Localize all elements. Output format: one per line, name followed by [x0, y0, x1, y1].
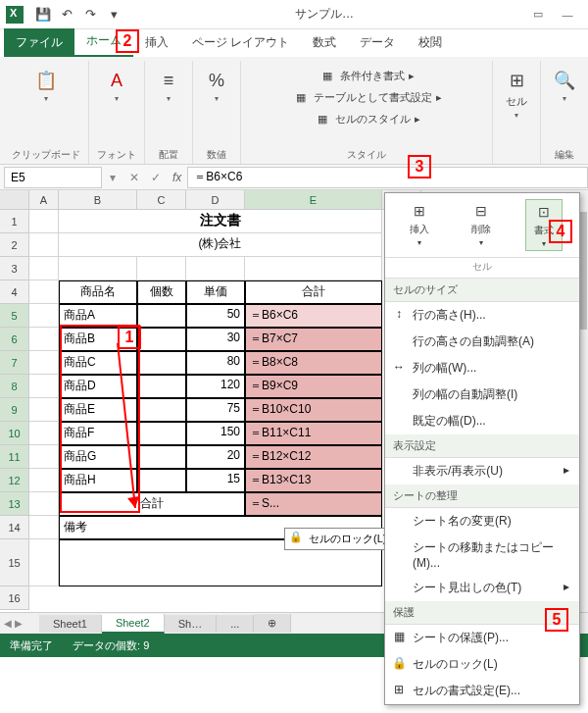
product-qty[interactable] [137, 351, 186, 375]
product-qty[interactable] [137, 375, 186, 398]
number-button[interactable]: % ▾ [201, 65, 232, 107]
cell-styles[interactable]: ▦セルのスタイル ▸ [314, 108, 420, 129]
paste-button[interactable]: 📋 ▾ [30, 65, 62, 107]
row-header[interactable]: 3 [0, 257, 29, 280]
row-header[interactable]: 2 [0, 233, 29, 257]
col-header[interactable]: C [137, 190, 186, 209]
subtotal-cell[interactable]: ＝S... [245, 492, 382, 516]
lock-cell-item[interactable]: 🔒セルのロック(L) [385, 651, 579, 678]
cancel-icon[interactable]: ✕ [123, 171, 145, 184]
row-header[interactable]: 1 [0, 210, 29, 233]
product-formula[interactable]: ＝B9×C9 [245, 375, 382, 398]
row-header[interactable]: 7 [0, 351, 29, 375]
tab-insert[interactable]: 挿入 [133, 28, 180, 57]
product-name[interactable]: 商品B [59, 328, 137, 351]
cells-button[interactable]: ⊞ セル ▾ [501, 65, 532, 124]
product-qty[interactable] [137, 469, 186, 492]
product-price[interactable]: 120 [186, 375, 245, 398]
product-qty[interactable] [137, 398, 186, 422]
row-autofit-item[interactable]: 行の高さの自動調整(A) [385, 329, 579, 355]
col-header[interactable]: D [186, 190, 245, 209]
product-name[interactable]: 商品G [59, 445, 137, 469]
protect-sheet-item[interactable]: ▦シートの保護(P)... [385, 625, 579, 651]
product-qty[interactable] [137, 422, 186, 445]
name-box[interactable] [4, 167, 102, 188]
product-formula[interactable]: ＝B8×C8 [245, 351, 382, 375]
product-price[interactable]: 80 [186, 351, 245, 375]
product-formula[interactable]: ＝B13×C13 [245, 469, 382, 492]
tab-page-layout[interactable]: ページ レイアウト [180, 28, 301, 57]
product-name[interactable]: 商品C [59, 351, 137, 375]
ribbon-options[interactable]: ▭ [523, 3, 553, 26]
format-cells-button[interactable]: ⊡書式▾ [525, 199, 563, 251]
sheet-tab[interactable]: Sheet2 [102, 614, 165, 634]
format-as-table[interactable]: ▦テーブルとして書式設定 ▸ [292, 86, 442, 108]
select-all-corner[interactable] [0, 190, 29, 209]
hide-unhide-item[interactable]: 非表示/再表示(U) ▸ [385, 458, 579, 484]
conditional-formatting[interactable]: ▦条件付き書式 ▸ [318, 65, 415, 86]
enter-icon[interactable]: ✓ [145, 171, 167, 184]
row-height-item[interactable]: ↕行の高さ(H)... [385, 302, 579, 329]
row-header[interactable]: 13 [0, 492, 29, 516]
product-price[interactable]: 150 [186, 422, 245, 445]
product-name[interactable]: 商品H [59, 469, 137, 492]
row-header[interactable]: 9 [0, 398, 29, 422]
undo-button[interactable]: ↶ [55, 3, 78, 26]
product-formula[interactable]: ＝B6×C6 [245, 304, 382, 328]
tab-review[interactable]: 校閲 [407, 28, 454, 57]
tab-file[interactable]: ファイル [4, 28, 74, 57]
tab-formulas[interactable]: 数式 [301, 28, 348, 57]
row-header[interactable]: 10 [0, 422, 29, 445]
tab-data[interactable]: データ [348, 28, 407, 57]
save-button[interactable]: 💾 [31, 3, 55, 26]
product-qty[interactable] [137, 304, 186, 328]
insert-cells-button[interactable]: ⊞挿入▾ [402, 199, 437, 251]
minimize-button[interactable]: — [553, 3, 582, 26]
sheet-tab[interactable]: Sh… [165, 615, 217, 633]
row-header[interactable]: 5 [0, 304, 29, 328]
product-qty[interactable] [137, 445, 186, 469]
row-header[interactable]: 12 [0, 469, 29, 492]
product-price[interactable]: 20 [186, 445, 245, 469]
font-button[interactable]: A ▾ [101, 65, 132, 107]
col-header[interactable]: B [59, 190, 137, 209]
sheet-tab-overflow[interactable]: ... [217, 615, 254, 633]
row-header[interactable]: 8 [0, 375, 29, 398]
new-sheet-button[interactable]: ⊕ [254, 614, 291, 633]
formula-input[interactable] [187, 167, 588, 188]
row-header[interactable]: 14 [0, 516, 29, 539]
row-header[interactable]: 16 [0, 586, 29, 610]
product-formula[interactable]: ＝B10×C10 [245, 398, 382, 422]
tab-color-item[interactable]: シート見出しの色(T) ▸ [385, 575, 579, 601]
row-header[interactable]: 11 [0, 445, 29, 469]
product-formula[interactable]: ＝B7×C7 [245, 328, 382, 351]
product-formula[interactable]: ＝B12×C12 [245, 445, 382, 469]
product-price[interactable]: 30 [186, 328, 245, 351]
row-header[interactable]: 4 [0, 280, 29, 304]
default-width-item[interactable]: 既定の幅(D)... [385, 408, 579, 434]
row-header[interactable]: 15 [0, 539, 29, 586]
col-header[interactable]: A [29, 190, 59, 209]
product-name[interactable]: 商品E [59, 398, 137, 422]
row-header[interactable]: 6 [0, 328, 29, 351]
delete-cells-button[interactable]: ⊟削除▾ [464, 199, 499, 251]
find-button[interactable]: 🔍 ▾ [549, 65, 580, 107]
product-price[interactable]: 15 [186, 469, 245, 492]
qat-customize[interactable]: ▾ [102, 3, 125, 26]
col-autofit-item[interactable]: 列の幅の自動調整(I) [385, 382, 579, 408]
col-header[interactable]: E [245, 190, 382, 209]
redo-button[interactable]: ↷ [78, 3, 102, 26]
product-formula[interactable]: ＝B11×C11 [245, 422, 382, 445]
product-name[interactable]: 商品F [59, 422, 137, 445]
product-name[interactable]: 商品A [59, 304, 137, 328]
context-tooltip[interactable]: 🔒 セルのロック(L) [284, 528, 395, 550]
move-copy-item[interactable]: シートの移動またはコピー(M)... [385, 535, 579, 575]
fx-icon[interactable]: fx [167, 171, 187, 184]
align-button[interactable]: ≡ ▾ [153, 65, 184, 107]
product-name[interactable]: 商品D [59, 375, 137, 398]
sheet-nav[interactable]: ◀ ▶ [4, 618, 23, 629]
product-price[interactable]: 50 [186, 304, 245, 328]
rename-sheet-item[interactable]: シート名の変更(R) [385, 508, 579, 535]
tab-home[interactable]: ホーム [74, 26, 133, 57]
product-qty[interactable] [137, 328, 186, 351]
